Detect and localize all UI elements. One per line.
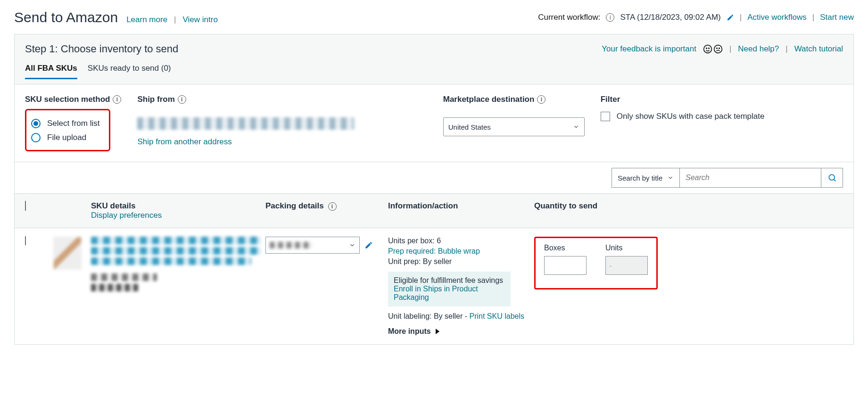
info-icon[interactable]: i	[328, 202, 337, 211]
th-sku-details: SKU details	[91, 201, 261, 211]
unit-labeling-text: Unit labeling: By seller - Print SKU lab…	[388, 312, 529, 321]
units-label: Units	[605, 244, 648, 252]
radio-select-from-list[interactable]: Select from list	[31, 119, 99, 128]
product-thumbnail	[53, 237, 82, 270]
edit-packing-icon[interactable]	[364, 241, 373, 249]
boxes-label: Boxes	[544, 244, 587, 252]
step-title: Step 1: Choose inventory to send	[25, 43, 178, 55]
enroll-sipp-link[interactable]: Enroll in Ships in Product Packaging	[394, 285, 478, 301]
feedback-link[interactable]: Your feedback is important	[602, 44, 696, 54]
sku-selection-highlight: Select from list File upload	[25, 109, 110, 151]
svg-point-3	[714, 45, 722, 53]
sku-details-redacted	[91, 237, 261, 291]
svg-point-0	[704, 45, 712, 53]
separator: |	[785, 44, 787, 54]
need-help-link[interactable]: Need help?	[738, 44, 779, 54]
svg-line-7	[834, 180, 835, 182]
tab-skus-ready[interactable]: SKUs ready to send (0)	[88, 64, 171, 79]
packing-value-redacted	[270, 242, 312, 248]
learn-more-link[interactable]: Learn more	[126, 15, 167, 25]
tab-all-fba-skus[interactable]: All FBA SKUs	[25, 64, 77, 79]
display-preferences-link[interactable]: Display preferences	[91, 211, 162, 220]
edit-workflow-icon[interactable]	[727, 14, 734, 21]
sku-selection-method-label: SKU selection method i	[25, 95, 121, 104]
boxes-input[interactable]	[544, 256, 587, 275]
smile-icon[interactable]	[703, 44, 712, 54]
radio-label: File upload	[47, 133, 86, 142]
checkbox-label: Only show SKUs with case pack template	[617, 112, 765, 121]
info-icon[interactable]: i	[178, 95, 186, 104]
th-information-action: Information/action	[388, 201, 529, 211]
checkbox-icon	[601, 112, 610, 121]
more-inputs-toggle[interactable]: More inputs	[388, 327, 529, 336]
current-workflow-label: Current workflow:	[538, 13, 600, 22]
th-quantity-to-send: Quantity to send	[534, 201, 843, 211]
watch-tutorial-link[interactable]: Watch tutorial	[794, 44, 843, 54]
search-type-select[interactable]: Search by title	[612, 168, 680, 188]
select-all-checkbox[interactable]	[25, 201, 26, 211]
caret-right-icon	[436, 329, 439, 334]
svg-point-1	[706, 48, 707, 49]
fulfillment-fee-callout: Eligible for fulfillment fee savings Enr…	[388, 272, 511, 306]
prep-required-link[interactable]: Prep required: Bubble wrap	[388, 247, 529, 256]
separator: |	[740, 13, 742, 22]
select-value: United States	[448, 123, 491, 131]
chevron-down-icon	[573, 124, 579, 130]
marketplace-destination-select[interactable]: United States	[443, 117, 585, 136]
filter-case-pack-checkbox-row[interactable]: Only show SKUs with case pack template	[601, 112, 843, 121]
filter-label: Filter	[601, 95, 843, 104]
view-intro-link[interactable]: View intro	[183, 15, 218, 25]
active-workflows-link[interactable]: Active workflows	[747, 13, 807, 22]
units-per-box-text: Units per box: 6	[388, 237, 529, 245]
units-input	[605, 256, 648, 275]
callout-title: Eligible for fulfillment fee savings	[394, 276, 505, 285]
separator: |	[812, 13, 814, 22]
marketplace-destination-label: Marketplace destination i	[443, 95, 585, 104]
svg-point-5	[719, 48, 720, 49]
search-icon	[827, 173, 837, 182]
select-value: Search by title	[618, 174, 662, 182]
search-button[interactable]	[821, 168, 843, 188]
svg-point-4	[717, 48, 718, 49]
info-icon[interactable]: i	[606, 13, 614, 22]
info-icon[interactable]: i	[537, 95, 546, 104]
ship-from-another-address-link[interactable]: Ship from another address	[137, 137, 427, 147]
radio-icon	[31, 119, 41, 128]
frown-icon[interactable]	[713, 44, 723, 54]
separator: |	[174, 15, 176, 25]
radio-label: Select from list	[47, 119, 99, 128]
chevron-down-icon	[667, 174, 674, 181]
info-icon[interactable]: i	[113, 95, 121, 104]
radio-icon	[31, 133, 41, 142]
separator: |	[729, 44, 731, 54]
ship-from-address-redacted	[137, 117, 354, 130]
chevron-down-icon	[349, 242, 355, 248]
current-workflow-value: STA (12/18/2023, 09:02 AM)	[620, 13, 720, 22]
page-title: Send to Amazon	[14, 9, 118, 25]
svg-point-2	[709, 48, 710, 49]
row-checkbox[interactable]	[25, 236, 26, 245]
packing-details-select[interactable]	[265, 237, 360, 254]
unit-prep-text: Unit prep: By seller	[388, 257, 529, 266]
start-new-link[interactable]: Start new	[820, 13, 854, 22]
svg-point-6	[829, 174, 835, 180]
th-packing-details: Packing details i	[265, 201, 383, 211]
radio-file-upload[interactable]: File upload	[31, 133, 99, 142]
quantity-highlight: Boxes Units	[534, 237, 658, 289]
print-sku-labels-link[interactable]: Print SKU labels	[470, 312, 525, 320]
ship-from-label: Ship from i	[137, 95, 427, 104]
search-input[interactable]	[680, 168, 821, 188]
